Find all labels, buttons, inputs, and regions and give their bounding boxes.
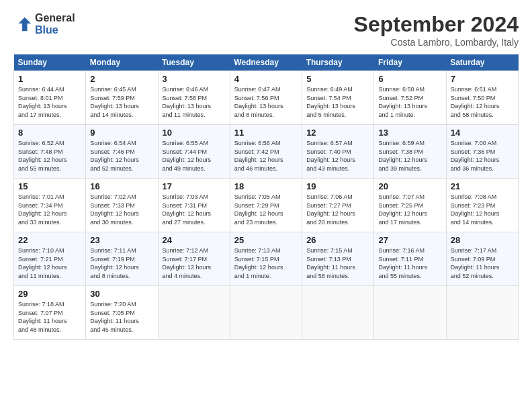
table-cell: 14Sunrise: 7:00 AM Sunset: 7:36 PM Dayli… bbox=[446, 125, 518, 179]
table-cell: 25Sunrise: 7:13 AM Sunset: 7:15 PM Dayli… bbox=[230, 232, 302, 286]
table-cell: 20Sunrise: 7:07 AM Sunset: 7:25 PM Dayli… bbox=[374, 179, 446, 232]
day-info: Sunrise: 6:50 AM Sunset: 7:52 PM Dayligh… bbox=[378, 85, 441, 119]
calendar-row: 1Sunrise: 6:44 AM Sunset: 8:01 PM Daylig… bbox=[14, 71, 519, 125]
day-info: Sunrise: 6:45 AM Sunset: 7:59 PM Dayligh… bbox=[90, 85, 153, 119]
calendar-row: 15Sunrise: 7:01 AM Sunset: 7:34 PM Dayli… bbox=[14, 179, 519, 232]
day-info: Sunrise: 7:16 AM Sunset: 7:11 PM Dayligh… bbox=[378, 246, 441, 280]
day-info: Sunrise: 7:13 AM Sunset: 7:15 PM Dayligh… bbox=[234, 246, 298, 280]
table-cell: 11Sunrise: 6:56 AM Sunset: 7:42 PM Dayli… bbox=[230, 125, 302, 179]
table-cell: 9Sunrise: 6:54 AM Sunset: 7:46 PM Daylig… bbox=[86, 125, 158, 179]
day-number: 20 bbox=[378, 181, 441, 191]
col-tuesday: Tuesday bbox=[158, 54, 230, 71]
table-cell: 12Sunrise: 6:57 AM Sunset: 7:40 PM Dayli… bbox=[302, 125, 374, 179]
table-cell: 2Sunrise: 6:45 AM Sunset: 7:59 PM Daylig… bbox=[86, 71, 158, 125]
table-cell bbox=[158, 286, 230, 340]
table-cell: 13Sunrise: 6:59 AM Sunset: 7:38 PM Dayli… bbox=[374, 125, 446, 179]
table-cell: 7Sunrise: 6:51 AM Sunset: 7:50 PM Daylig… bbox=[446, 71, 518, 125]
day-number: 30 bbox=[90, 289, 153, 299]
day-number: 23 bbox=[90, 235, 153, 245]
day-info: Sunrise: 6:59 AM Sunset: 7:38 PM Dayligh… bbox=[378, 139, 441, 173]
logo-text-general: General bbox=[35, 12, 75, 24]
page-header: General Blue September 2024 Costa Lambro… bbox=[13, 12, 519, 48]
day-number: 12 bbox=[306, 128, 369, 138]
table-cell bbox=[230, 286, 302, 340]
day-number: 3 bbox=[163, 74, 226, 84]
logo-icon bbox=[13, 15, 32, 34]
table-cell bbox=[446, 286, 518, 340]
calendar-table: Sunday Monday Tuesday Wednesday Thursday… bbox=[13, 54, 519, 340]
day-info: Sunrise: 6:54 AM Sunset: 7:46 PM Dayligh… bbox=[90, 139, 153, 173]
day-number: 25 bbox=[234, 235, 298, 245]
table-cell: 15Sunrise: 7:01 AM Sunset: 7:34 PM Dayli… bbox=[14, 179, 86, 232]
day-number: 8 bbox=[18, 128, 81, 138]
logo: General Blue bbox=[13, 12, 75, 36]
day-number: 10 bbox=[163, 128, 226, 138]
day-info: Sunrise: 7:01 AM Sunset: 7:34 PM Dayligh… bbox=[18, 193, 81, 226]
table-cell: 4Sunrise: 6:47 AM Sunset: 7:56 PM Daylig… bbox=[230, 71, 302, 125]
day-info: Sunrise: 7:15 AM Sunset: 7:13 PM Dayligh… bbox=[306, 246, 369, 280]
table-cell: 19Sunrise: 7:06 AM Sunset: 7:27 PM Dayli… bbox=[302, 179, 374, 232]
day-number: 13 bbox=[378, 128, 441, 138]
table-cell: 29Sunrise: 7:18 AM Sunset: 7:07 PM Dayli… bbox=[14, 286, 86, 340]
svg-marker-0 bbox=[18, 17, 31, 31]
day-number: 1 bbox=[18, 74, 81, 84]
table-cell: 30Sunrise: 7:20 AM Sunset: 7:05 PM Dayli… bbox=[86, 286, 158, 340]
col-thursday: Thursday bbox=[302, 54, 374, 71]
day-info: Sunrise: 6:55 AM Sunset: 7:44 PM Dayligh… bbox=[163, 139, 226, 173]
table-cell: 28Sunrise: 7:17 AM Sunset: 7:09 PM Dayli… bbox=[446, 232, 518, 286]
day-number: 16 bbox=[90, 181, 153, 191]
day-number: 5 bbox=[306, 74, 369, 84]
calendar-title: September 2024 bbox=[354, 12, 519, 37]
day-info: Sunrise: 7:20 AM Sunset: 7:05 PM Dayligh… bbox=[90, 300, 153, 334]
day-info: Sunrise: 7:05 AM Sunset: 7:29 PM Dayligh… bbox=[234, 193, 298, 226]
day-info: Sunrise: 6:47 AM Sunset: 7:56 PM Dayligh… bbox=[234, 85, 298, 119]
calendar-subtitle: Costa Lambro, Lombardy, Italy bbox=[354, 37, 519, 48]
table-cell: 26Sunrise: 7:15 AM Sunset: 7:13 PM Dayli… bbox=[302, 232, 374, 286]
calendar-row: 29Sunrise: 7:18 AM Sunset: 7:07 PM Dayli… bbox=[14, 286, 519, 340]
day-info: Sunrise: 7:18 AM Sunset: 7:07 PM Dayligh… bbox=[18, 300, 81, 334]
day-number: 9 bbox=[90, 128, 153, 138]
table-cell bbox=[302, 286, 374, 340]
calendar-row: 8Sunrise: 6:52 AM Sunset: 7:48 PM Daylig… bbox=[14, 125, 519, 179]
calendar-row: 22Sunrise: 7:10 AM Sunset: 7:21 PM Dayli… bbox=[14, 232, 519, 286]
title-block: September 2024 Costa Lambro, Lombardy, I… bbox=[354, 12, 519, 48]
day-info: Sunrise: 7:08 AM Sunset: 7:23 PM Dayligh… bbox=[451, 193, 514, 226]
day-number: 14 bbox=[451, 128, 514, 138]
day-info: Sunrise: 7:07 AM Sunset: 7:25 PM Dayligh… bbox=[378, 193, 441, 226]
col-monday: Monday bbox=[86, 54, 158, 71]
day-info: Sunrise: 6:44 AM Sunset: 8:01 PM Dayligh… bbox=[18, 85, 81, 119]
day-number: 21 bbox=[451, 181, 514, 191]
calendar-page: General Blue September 2024 Costa Lambro… bbox=[0, 0, 532, 411]
table-cell: 24Sunrise: 7:12 AM Sunset: 7:17 PM Dayli… bbox=[158, 232, 230, 286]
logo-text-blue: Blue bbox=[35, 24, 75, 36]
col-sunday: Sunday bbox=[14, 54, 86, 71]
table-cell: 23Sunrise: 7:11 AM Sunset: 7:19 PM Dayli… bbox=[86, 232, 158, 286]
day-info: Sunrise: 6:56 AM Sunset: 7:42 PM Dayligh… bbox=[234, 139, 298, 173]
table-cell: 17Sunrise: 7:03 AM Sunset: 7:31 PM Dayli… bbox=[158, 179, 230, 232]
day-info: Sunrise: 6:52 AM Sunset: 7:48 PM Dayligh… bbox=[18, 139, 81, 173]
day-number: 19 bbox=[306, 181, 369, 191]
table-cell: 21Sunrise: 7:08 AM Sunset: 7:23 PM Dayli… bbox=[446, 179, 518, 232]
day-info: Sunrise: 6:46 AM Sunset: 7:58 PM Dayligh… bbox=[163, 85, 226, 119]
table-cell: 18Sunrise: 7:05 AM Sunset: 7:29 PM Dayli… bbox=[230, 179, 302, 232]
day-info: Sunrise: 6:51 AM Sunset: 7:50 PM Dayligh… bbox=[451, 85, 514, 119]
day-info: Sunrise: 7:06 AM Sunset: 7:27 PM Dayligh… bbox=[306, 193, 369, 226]
day-number: 7 bbox=[451, 74, 514, 84]
day-info: Sunrise: 7:00 AM Sunset: 7:36 PM Dayligh… bbox=[451, 139, 514, 173]
day-number: 15 bbox=[18, 181, 81, 191]
day-info: Sunrise: 7:02 AM Sunset: 7:33 PM Dayligh… bbox=[90, 193, 153, 226]
day-info: Sunrise: 7:11 AM Sunset: 7:19 PM Dayligh… bbox=[90, 246, 153, 280]
table-cell bbox=[374, 286, 446, 340]
table-cell: 16Sunrise: 7:02 AM Sunset: 7:33 PM Dayli… bbox=[86, 179, 158, 232]
table-cell: 6Sunrise: 6:50 AM Sunset: 7:52 PM Daylig… bbox=[374, 71, 446, 125]
day-info: Sunrise: 6:57 AM Sunset: 7:40 PM Dayligh… bbox=[306, 139, 369, 173]
table-cell: 1Sunrise: 6:44 AM Sunset: 8:01 PM Daylig… bbox=[14, 71, 86, 125]
day-number: 18 bbox=[234, 181, 298, 191]
table-cell: 5Sunrise: 6:49 AM Sunset: 7:54 PM Daylig… bbox=[302, 71, 374, 125]
table-cell: 27Sunrise: 7:16 AM Sunset: 7:11 PM Dayli… bbox=[374, 232, 446, 286]
day-number: 28 bbox=[451, 235, 514, 245]
day-info: Sunrise: 6:49 AM Sunset: 7:54 PM Dayligh… bbox=[306, 85, 369, 119]
day-number: 6 bbox=[378, 74, 441, 84]
day-info: Sunrise: 7:03 AM Sunset: 7:31 PM Dayligh… bbox=[163, 193, 226, 226]
table-cell: 3Sunrise: 6:46 AM Sunset: 7:58 PM Daylig… bbox=[158, 71, 230, 125]
